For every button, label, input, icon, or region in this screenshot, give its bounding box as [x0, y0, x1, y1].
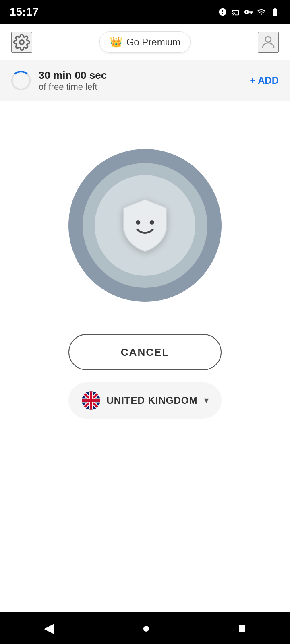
- profile-button[interactable]: [258, 32, 279, 53]
- uk-flag-icon: [82, 391, 100, 410]
- country-selector-button[interactable]: UNITED KINGDOM ▾: [68, 382, 222, 419]
- bottom-nav: ◀ ● ■: [0, 612, 290, 644]
- timer-left: 30 min 00 sec of free time left: [11, 69, 107, 92]
- go-premium-button[interactable]: 👑 Go Premium: [99, 31, 191, 53]
- svg-point-0: [20, 40, 24, 44]
- cancel-label: CANCEL: [121, 346, 169, 359]
- home-button[interactable]: ●: [142, 621, 150, 636]
- cancel-button[interactable]: CANCEL: [68, 334, 222, 370]
- key-icon: [244, 8, 253, 17]
- svg-point-2: [136, 220, 140, 225]
- shield-face-icon: [117, 197, 173, 254]
- wifi-icon: [257, 8, 266, 17]
- status-icons: [218, 8, 280, 17]
- timer-sub-text: of free time left: [39, 82, 107, 92]
- timer-banner: 30 min 00 sec of free time left + ADD: [0, 60, 290, 101]
- vpn-shield-inner: [95, 175, 195, 276]
- svg-point-1: [265, 37, 271, 42]
- vpn-shield-middle: [83, 163, 207, 288]
- main-content: CANCEL: [0, 101, 290, 419]
- svg-point-3: [150, 220, 154, 225]
- alert-icon: [218, 8, 227, 17]
- add-time-button[interactable]: + ADD: [250, 75, 279, 86]
- status-time: 15:17: [10, 6, 39, 19]
- crown-icon: 👑: [110, 36, 122, 48]
- timer-text: 30 min 00 sec of free time left: [39, 69, 107, 92]
- timer-spinner-icon: [11, 71, 31, 90]
- recents-button[interactable]: ■: [238, 621, 246, 636]
- cast-icon: [231, 8, 240, 17]
- vpn-shield-outer[interactable]: [68, 149, 222, 302]
- profile-icon: [260, 34, 277, 51]
- svg-rect-14: [82, 399, 100, 402]
- gear-icon: [13, 34, 30, 51]
- premium-label: Go Premium: [126, 37, 181, 48]
- back-button[interactable]: ◀: [44, 620, 54, 636]
- status-bar: 15:17: [0, 0, 290, 24]
- settings-button[interactable]: [11, 32, 32, 53]
- top-nav: 👑 Go Premium: [0, 24, 290, 60]
- chevron-down-icon: ▾: [204, 395, 209, 406]
- timer-main-text: 30 min 00 sec: [39, 69, 107, 82]
- country-name: UNITED KINGDOM: [107, 395, 198, 406]
- battery-icon: [270, 8, 280, 17]
